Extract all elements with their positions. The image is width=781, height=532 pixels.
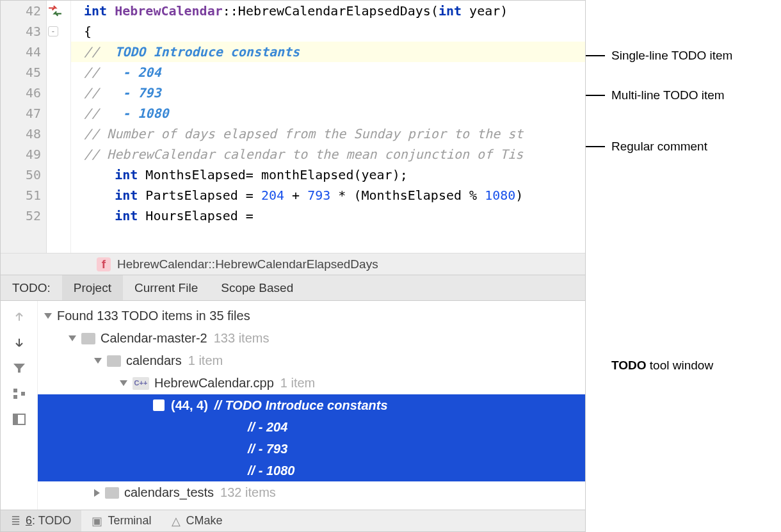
filter-icon[interactable]: [11, 360, 28, 376]
todo-title: TODO:: [1, 281, 62, 295]
todo-tree[interactable]: Found 133 TODO items in 35 files Calenda…: [38, 301, 585, 510]
tree-file-hebrewcalendar[interactable]: C++ HebrewCalendar.cpp 1 item: [38, 372, 585, 394]
chevron-down-icon[interactable]: [68, 335, 76, 341]
todo-tool-window: TODO: Project Current File Scope Based F…: [1, 275, 585, 510]
line-number: 44: [1, 42, 41, 62]
code-line: int HebrewCalendar::HebrewCalendarElapse…: [71, 1, 585, 21]
ide-area: 42 43 44 45 46 47 48 49 50 51 52: [0, 0, 586, 532]
line-number: 48: [1, 124, 41, 144]
bottom-tab-todo[interactable]: ≣ 6: TODO: [1, 510, 81, 531]
tree-folder-tests[interactable]: calendars_tests 132 items: [38, 481, 585, 504]
line-number: 46: [1, 83, 41, 103]
cmake-icon: △: [172, 514, 181, 528]
tree-summary[interactable]: Found 133 TODO items in 35 files: [38, 305, 585, 327]
callout-multi-line: Multi-line TODO item: [586, 88, 725, 102]
arrow-down-icon[interactable]: [11, 334, 28, 351]
chevron-down-icon[interactable]: [120, 380, 127, 386]
folder-icon: [81, 333, 95, 344]
code-line: // HebrewCalendar calendar to the mean c…: [71, 144, 585, 165]
code-line: {: [71, 21, 585, 42]
annotations: Single-line TODO item Multi-line TODO it…: [586, 0, 781, 532]
code-editor[interactable]: 42 43 44 45 46 47 48 49 50 51 52: [1, 1, 585, 253]
navigate-icon[interactable]: [48, 4, 62, 19]
code-line: int MonthsElapsed= monthElapsed(year);: [71, 165, 585, 185]
bottom-tab-cmake[interactable]: △ CMake: [161, 510, 232, 531]
code-line: // Number of days elapsed from the Sunda…: [71, 124, 585, 144]
tab-current-file[interactable]: Current File: [123, 275, 209, 300]
group-icon[interactable]: [11, 385, 28, 402]
code-line-todo: // TODO Introduce constants: [71, 42, 585, 62]
fold-icon[interactable]: -: [48, 26, 58, 36]
line-number: 49: [1, 144, 41, 165]
arrow-up-icon[interactable]: [11, 309, 28, 325]
folder-icon: [105, 487, 119, 499]
bookmark-icon: [153, 399, 165, 411]
tab-scope-based[interactable]: Scope Based: [209, 275, 305, 300]
tree-selected-todo[interactable]: (44, 4) // TODO Introduce constants // -…: [38, 394, 585, 481]
function-icon: f: [97, 257, 111, 271]
cpp-file-icon: C++: [133, 377, 149, 390]
tree-folder-calendars[interactable]: calendars 1 item: [38, 350, 585, 372]
tree-root[interactable]: Calendar-master-2 133 items: [38, 327, 585, 350]
line-number: 45: [1, 62, 41, 83]
line-number: 52: [1, 206, 41, 226]
callout-regular-comment: Regular comment: [586, 140, 707, 154]
tab-project[interactable]: Project: [62, 275, 123, 300]
line-number: 51: [1, 185, 41, 206]
bottom-tool-bar: ≣ 6: TODO ▣ Terminal △ CMake: [1, 510, 585, 531]
line-number: 42: [1, 1, 41, 21]
bottom-tab-terminal[interactable]: ▣ Terminal: [81, 510, 161, 531]
code-lines[interactable]: int HebrewCalendar::HebrewCalendarElapse…: [71, 1, 585, 253]
todo-body: Found 133 TODO items in 35 files Calenda…: [1, 301, 585, 510]
folder-icon: [107, 355, 121, 367]
todo-sidebar: [1, 301, 38, 510]
callout-single-line: Single-line TODO item: [586, 49, 732, 63]
chevron-down-icon[interactable]: [94, 358, 102, 364]
line-number: 43: [1, 21, 41, 42]
svg-rect-1: [13, 395, 17, 399]
gutter: 42 43 44 45 46 47 48 49 50 51 52: [1, 1, 47, 253]
code-line: int HoursElapsed =: [71, 206, 585, 226]
svg-rect-0: [13, 389, 17, 392]
marker-column: -: [47, 1, 71, 253]
line-number: 50: [1, 165, 41, 185]
code-line: // - 793: [71, 83, 585, 103]
terminal-icon: ▣: [92, 514, 102, 528]
preview-icon[interactable]: [11, 411, 28, 428]
code-line: int PartsElapsed = 204 + 793 * (MonthsEl…: [71, 185, 585, 206]
breadcrumb[interactable]: f HebrewCalendar::HebrewCalendarElapsedD…: [1, 253, 585, 275]
line-number: 47: [1, 103, 41, 124]
svg-rect-2: [21, 392, 25, 396]
todo-header: TODO: Project Current File Scope Based: [1, 275, 585, 301]
callout-tool-window: TODO tool window: [611, 359, 713, 373]
code-line: // - 1080: [71, 103, 585, 124]
chevron-down-icon[interactable]: [44, 313, 52, 319]
chevron-right-icon[interactable]: [94, 489, 100, 497]
code-line: // - 204: [71, 62, 585, 83]
breadcrumb-text: HebrewCalendar::HebrewCalendarElapsedDay…: [117, 253, 378, 275]
list-icon: ≣: [11, 514, 20, 528]
svg-rect-4: [13, 414, 18, 424]
